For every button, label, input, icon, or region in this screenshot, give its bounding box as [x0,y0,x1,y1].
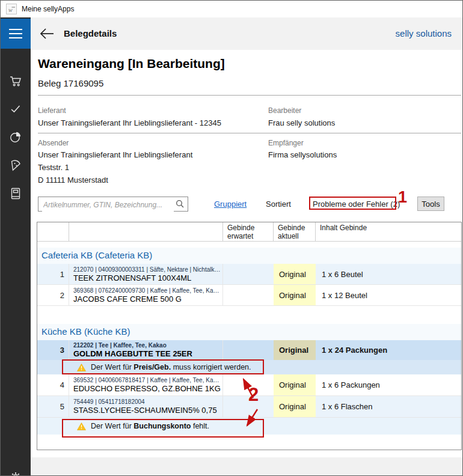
lieferant-value: Unser Trainingslieferant Ihr Lieblingsli… [38,118,221,127]
header-inhalt-gebinde: Inhalt Gebinde [316,222,461,241]
tools-button[interactable]: Tools [417,197,444,211]
sortiert-link[interactable]: Sortiert [266,200,291,209]
row-number: 3 [37,340,69,360]
gebinde-erwartet-cell [223,264,274,284]
header-gebinde-erwartet: Gebinde erwartet [223,222,274,241]
app-window: w Meine sellyApps [0,0,463,476]
pizza-icon[interactable] [1,158,31,172]
gebinde-aktuell-cell[interactable]: Original [274,396,316,417]
gebinde-erwartet-cell [223,396,274,417]
article-cell: 369532 | 04006067818417 | Kaffee | Kaffe… [69,374,223,395]
table-row[interactable]: 3 212202 | Tee | Kaffee, Tee, Kakao GOLD… [37,340,461,360]
table-body: Cafeteria KB (Cafeteria KB) 1 212070 | 0… [37,242,461,435]
gear-icon[interactable] [1,470,31,476]
row-number: 2 [37,285,69,305]
gebinde-aktuell-cell[interactable]: Original [274,374,316,395]
divider [38,133,461,133]
sidebar [1,17,31,475]
positions-table: Gebinde erwartet Gebinde aktuell Inhalt … [37,222,462,450]
gruppiert-link[interactable]: Gruppiert [214,200,247,209]
table-header-row: Gebinde erwartet Gebinde aktuell Inhalt … [37,222,461,242]
article-meta: 369532 | 04006067818417 | Kaffee | Kaffe… [73,377,221,383]
inhalt-gebinde-cell: 1 x 12 Beutel [316,285,461,305]
warning-text: Der Wert für Buchungskonto fehlt. [91,422,209,430]
cart-icon[interactable] [1,74,31,88]
inhalt-gebinde-cell: 1 x 6 Flaschen [316,396,461,417]
divider [38,95,461,96]
table-row[interactable]: 5 754449 | 05411718182004 STASS.LYCHEE-S… [37,396,461,418]
warning-row: Der Wert für Buchungskonto fehlt. [37,418,461,435]
gebinde-aktuell-cell[interactable]: Original [274,285,316,305]
absender-line1: Unser Trainingslieferant Ihr Lieblingsli… [38,150,192,159]
article-cell: 369368 | 07622400009730 | Kaffee | Kaffe… [69,285,223,305]
gebinde-erwartet-cell [223,340,274,360]
warning-text: Der Wert für Preis/Geb. muss korrigiert … [91,363,251,371]
document-number: Beleg 17169095 [38,78,103,88]
article-name: JACOBS CAFE CREME 500 G [73,294,182,304]
header-article [69,222,223,241]
probleme-oder-fehler-link[interactable]: Probleme oder Fehler (2) [313,200,400,209]
header-gebinde-aktuell: Gebinde aktuell [274,222,316,241]
warning-icon [77,423,86,430]
search-icon[interactable] [176,200,184,210]
app-logo-icon: w [6,4,17,14]
article-meta: 369368 | 07622400009730 | Kaffee | Kaffe… [73,287,221,294]
gebinde-aktuell-cell[interactable]: Original [274,264,316,284]
absender-label: Absender [38,139,69,147]
pie-chart-icon[interactable] [1,130,31,144]
group-header: Cafeteria KB (Cafeteria KB) [37,248,461,264]
empfaenger-label: Empfänger [268,139,304,147]
gebinde-erwartet-cell [223,285,274,305]
row-number: 5 [37,396,69,417]
article-cell: 754449 | 05411718182004 STASS.LYCHEE-SCH… [69,396,223,417]
footer-bar [31,457,462,475]
page-title: Belegdetails [64,28,117,38]
bearbeiter-label: Bearbeiter [268,106,301,115]
lieferant-label: Lieferant [38,106,66,115]
absender-line3: D 11111 Musterstadt [38,175,108,185]
hamburger-menu-icon[interactable] [1,19,31,49]
titlebar: w Meine sellyApps [1,1,462,18]
row-number: 4 [37,374,69,395]
search-input[interactable] [42,198,174,212]
window-title: Meine sellyApps [22,5,74,13]
article-cell: 212070 | 04009300003311 | Säfte, Nektare… [69,264,223,284]
warning-icon [77,364,86,371]
article-meta: 754449 | 05411718182004 [73,398,145,405]
gebinde-erwartet-cell [223,374,274,395]
header-number [37,222,69,241]
app-header: Belegdetails selly solutions [31,17,462,50]
table-row[interactable]: 1 212070 | 04009300003311 | Säfte, Nekta… [37,264,461,285]
search-box[interactable] [38,197,188,212]
group-header: Küche KB (Küche KB) [37,324,461,340]
article-name: STASS.LYCHEE-SCHAUMWEIN5% 0,75 [73,406,217,415]
empfaenger-value: Firma sellysolutions [268,150,337,159]
inhalt-gebinde-cell: 1 x 24 Packungen [316,340,461,360]
row-number: 1 [37,264,69,284]
document-title: Wareneingang [In Bearbeitung] [38,56,225,71]
gebinde-aktuell-cell[interactable]: Original [274,340,316,360]
inhalt-gebinde-cell: 1 x 6 Packungen [316,374,461,395]
article-name: GOLDM HAGEBUTTE TEE 25ER [73,349,192,358]
article-cell: 212202 | Tee | Kaffee, Tee, Kakao GOLDM … [69,340,223,360]
inhalt-gebinde-cell: 1 x 6 Beutel [316,264,461,284]
warning-row: Der Wert für Preis/Geb. muss korrigiert … [37,360,461,374]
article-name: TEEK ZITRONENSAFT 100X4ML [73,273,191,282]
table-row[interactable]: 2 369368 | 07622400009730 | Kaffee | Kaf… [37,285,461,306]
table-row[interactable]: 4 369532 | 04006067818417 | Kaffee | Kaf… [37,374,461,396]
back-button[interactable] [38,26,56,41]
brand-label: selly solutions [396,28,452,38]
check-icon[interactable] [1,102,31,116]
book-icon[interactable] [1,186,31,201]
article-meta: 212070 | 04009300003311 | Säfte, Nektare… [73,266,221,273]
article-meta: 212202 | Tee | Kaffee, Tee, Kakao [73,342,167,349]
absender-line2: Teststr. 1 [38,163,69,172]
bearbeiter-value: Frau selly solutions [268,118,335,127]
article-name: EDUSCHO ESPRESSO, GZ.BOHNE 1KG [73,384,221,393]
group-gap [37,306,461,324]
